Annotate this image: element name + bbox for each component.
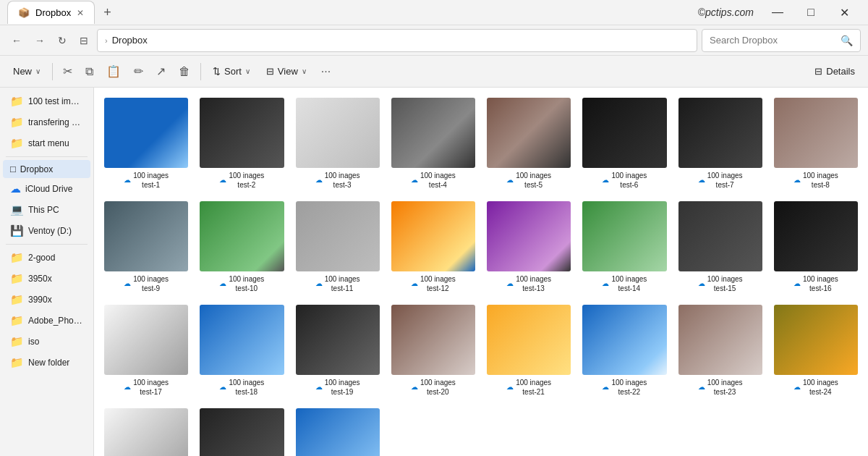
sidebar-label: 3990x [28,295,52,305]
image-label: ☁100 inages test-24 [793,378,838,397]
rename-button[interactable]: ✏ [128,61,149,82]
sidebar-divider [6,156,88,157]
list-item[interactable]: ☁100 inages test-7 [676,95,765,193]
image-label: ☁100 inages test-17 [124,378,169,397]
folder-icon: 📁 [10,335,24,348]
search-box[interactable]: 🔍 [702,29,861,52]
list-item[interactable]: ☁100 inages test-16 [771,198,861,296]
search-input[interactable] [710,35,836,46]
list-item[interactable]: ☁100 inages test-25 [101,405,191,456]
list-item[interactable]: ☁100 inages test-21 [484,302,574,400]
list-item[interactable]: ☁100 inages test-26 [197,405,286,456]
details-button[interactable]: ⊟ Details [807,62,862,80]
image-label: ☁100 inages test-19 [315,378,360,397]
sidebar-item-icloud-drive[interactable]: ☁ iCloud Drive [3,179,90,199]
image-thumbnail [200,201,284,271]
more-button[interactable]: ··· [315,62,336,82]
list-item[interactable]: ☁100 inages test-3 [293,95,383,193]
sidebar-item-transfering-phot[interactable]: 📁 transfering phot [3,112,90,132]
image-thumbnail [487,201,571,271]
image-name: 100 inages test-1 [133,171,169,190]
list-item[interactable]: ☁100 inages test-13 [484,198,574,296]
image-label: ☁100 inages test-11 [315,274,360,293]
list-item[interactable]: ☁100 inages test-15 [676,198,765,296]
cloud-sync-icon: ☁ [411,279,418,288]
close-button[interactable]: ✕ [827,0,861,25]
image-name: 100 inages test-16 [803,274,838,293]
cloud-sync-icon: ☁ [124,175,131,185]
sidebar-item-dropbox[interactable]: □ Dropbox [3,160,90,178]
breadcrumb[interactable]: › Dropbox [97,29,697,52]
view-toggle-button[interactable]: ⊟ [75,32,93,49]
list-item[interactable]: ☁100 inages test-8 [771,95,861,193]
sidebar-item-adobe-photos[interactable]: 📁 Adobe_Photos [3,311,90,331]
list-item[interactable]: ☁100 inages test-1 [101,95,191,193]
share-button[interactable]: ↗ [150,61,171,82]
list-item[interactable]: ☁100 inages test-6 [579,95,669,193]
list-item[interactable]: ☁100 inages test-19 [293,302,383,400]
minimize-button[interactable]: — [761,0,794,25]
image-thumbnail [582,305,666,375]
list-item[interactable]: ☁100 inages test-22 [579,302,669,400]
tab-close-button[interactable]: ✕ [77,8,84,18]
new-button[interactable]: New ∨ [6,62,48,80]
list-item[interactable]: ☁100 inages test-27 [293,405,383,456]
image-label: ☁100 inages test-6 [602,171,647,190]
dropbox-tab[interactable]: 📦 Dropbox ✕ [7,1,95,24]
image-name: 100 inages test-22 [611,378,647,397]
image-thumbnail [391,305,475,375]
list-item[interactable]: ☁100 inages test-9 [101,198,191,296]
list-item[interactable]: ☁100 inages test-10 [197,198,286,296]
sidebar-item-start-menu[interactable]: 📁 start menu [3,133,90,153]
delete-button[interactable]: 🗑 [173,62,196,82]
sidebar-item-iso[interactable]: 📁 iso [3,332,90,352]
view-icon: ⊟ [266,66,274,77]
image-name: 100 inages test-9 [133,274,169,293]
sidebar-item-3990x[interactable]: 📁 3990x [3,290,90,310]
list-item[interactable]: ☁100 inages test-4 [388,95,478,193]
copy-button[interactable]: ⧉ [80,62,99,82]
sidebar-item-new-folder[interactable]: 📁 New folder [3,352,90,373]
list-item[interactable]: ☁100 inages test-5 [484,95,574,193]
back-button[interactable]: ← [7,32,26,49]
image-name: 100 inages test-8 [803,171,838,190]
paste-button[interactable]: 📋 [101,61,127,82]
sidebar-label: Adobe_Photos [28,316,83,326]
details-label: Details [826,66,855,77]
cut-button[interactable]: ✂ [57,61,78,82]
image-label: ☁100 inages test-7 [698,171,743,190]
sidebar-item-2good[interactable]: 📁 2-good [3,248,90,268]
list-item[interactable]: ☁100 inages test-17 [101,302,191,400]
view-button[interactable]: ⊟ View ∨ [259,62,314,80]
list-item[interactable]: ☁100 inages test-14 [579,198,669,296]
list-item[interactable]: ☁100 inages test-12 [388,198,478,296]
image-thumbnail [104,305,188,375]
new-arrow: ∨ [35,67,41,75]
image-thumbnail [678,98,762,168]
cloud-sync-icon: ☁ [219,382,226,392]
maximize-button[interactable]: □ [794,0,827,25]
folder-icon: 📁 [10,137,24,150]
sidebar-item-3950x[interactable]: 📁 3950x [3,269,90,289]
sidebar-item-ventoy[interactable]: 💾 Ventoy (D:) [3,221,90,241]
list-item[interactable]: ☁100 inages test-20 [388,302,478,400]
sidebar-item-this-pc[interactable]: 💻 This PC [3,200,90,220]
new-tab-button[interactable]: + [98,4,117,22]
image-thumbnail [487,305,571,375]
list-item[interactable]: ☁100 inages test-23 [676,302,765,400]
forward-button[interactable]: → [30,32,49,49]
sidebar-item-100-test-images[interactable]: 📁 100 test images [3,91,90,111]
list-item[interactable]: ☁100 inages test-24 [771,302,861,400]
refresh-button[interactable]: ↻ [54,32,71,49]
list-item[interactable]: ☁100 inages test-11 [293,198,383,296]
list-item[interactable]: ☁100 inages test-2 [197,95,286,193]
cloud-sync-icon: ☁ [506,279,514,288]
image-thumbnail [200,408,284,456]
image-label: ☁100 inages test-14 [602,274,647,293]
list-item[interactable]: ☁100 inages test-18 [197,302,286,400]
sidebar-label: transfering phot [28,117,83,127]
image-thumbnail [296,98,380,168]
sort-button[interactable]: ⇅ Sort ∨ [205,62,258,80]
window-controls: — □ ✕ [761,0,861,25]
new-label: New [13,66,32,77]
